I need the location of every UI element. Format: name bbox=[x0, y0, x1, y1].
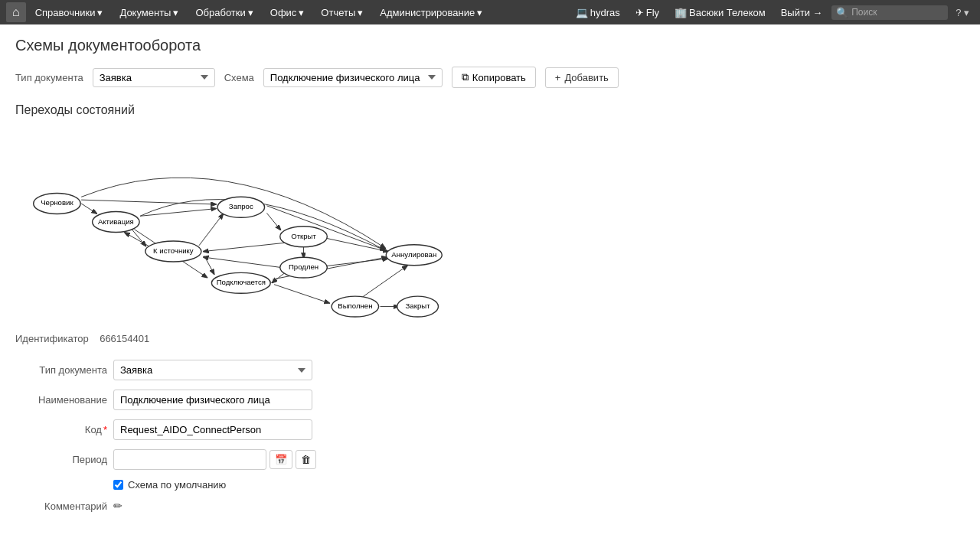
nav-item-admin[interactable]: Администрирование ▾ bbox=[372, 4, 490, 21]
edge-tosource-activate bbox=[126, 233, 149, 246]
identifier-row: Идентификатор 666154401 bbox=[15, 333, 398, 344]
nav-hydras[interactable]: 💻 hydras bbox=[570, 4, 626, 21]
node-annulled-label: Аннулирован bbox=[391, 250, 436, 259]
nav-references-arrow: ▾ bbox=[97, 7, 103, 18]
form-section: Идентификатор 666154401 Тип документа За… bbox=[15, 333, 398, 512]
copy-icon: ⧉ bbox=[462, 71, 469, 83]
calendar-button[interactable]: 📅 bbox=[270, 450, 292, 469]
form-row-comment: Комментарий ✏ bbox=[15, 500, 398, 512]
fly-label: Fly bbox=[646, 7, 659, 18]
node-draft-label: Черновик bbox=[41, 198, 74, 207]
node-request-label: Запрос bbox=[229, 202, 253, 210]
add-icon: + bbox=[555, 72, 561, 83]
home-button[interactable]: ⌂ bbox=[6, 2, 26, 22]
form-row-code: Код bbox=[15, 419, 398, 440]
form-period-label: Период bbox=[15, 454, 107, 465]
search-icon: 🔍 bbox=[836, 7, 848, 18]
form-doc-type-label: Тип документа bbox=[15, 364, 107, 376]
edit-comment-icon[interactable]: ✏ bbox=[113, 500, 122, 512]
add-button[interactable]: + Добавить bbox=[545, 67, 619, 88]
top-navigation: ⌂ Справочники ▾ Документы ▾ Обработки ▾ … bbox=[0, 0, 980, 24]
node-to-source-label: К источнику bbox=[153, 246, 194, 255]
nav-item-references[interactable]: Справочники ▾ bbox=[28, 4, 111, 21]
nav-reports-arrow: ▾ bbox=[358, 7, 363, 18]
copy-button[interactable]: ⧉ Копировать bbox=[452, 67, 536, 88]
period-row: 📅 🗑 bbox=[113, 449, 316, 470]
node-connected-label: Подключается bbox=[217, 278, 266, 286]
node-executed-label: Выполнен bbox=[338, 302, 372, 310]
help-button[interactable]: ? ▾ bbox=[951, 4, 974, 21]
nav-logout[interactable]: Выйти → bbox=[775, 4, 829, 21]
default-schema-label: Схема по умолчанию bbox=[128, 479, 226, 491]
form-name-input[interactable] bbox=[113, 390, 312, 410]
form-row-doc-type: Тип документа Заявка bbox=[15, 360, 398, 380]
copy-label: Копировать bbox=[472, 72, 526, 83]
trash-icon: 🗑 bbox=[301, 454, 311, 465]
node-activate-label: Активация bbox=[98, 217, 134, 226]
edge-draft-activate bbox=[81, 204, 96, 214]
node-closed-label: Закрыт bbox=[406, 302, 431, 310]
edge-request-open bbox=[266, 213, 279, 229]
nav-office-label: Офис bbox=[270, 7, 297, 18]
schema-select[interactable]: Подключение физического лица bbox=[263, 68, 443, 87]
nav-office-arrow: ▾ bbox=[299, 7, 304, 18]
identifier-value: 666154401 bbox=[100, 333, 149, 344]
form-row-name: Наименование bbox=[15, 390, 398, 410]
doc-type-select[interactable]: Заявка bbox=[93, 68, 215, 87]
form-row-default-schema: Схема по умолчанию bbox=[15, 479, 398, 491]
nav-company[interactable]: 🏢 Васюки Телеком bbox=[668, 4, 772, 21]
doc-type-label: Тип документа bbox=[15, 72, 83, 83]
search-box: 🔍 bbox=[831, 5, 948, 20]
monitor-icon: 💻 bbox=[576, 7, 588, 18]
default-schema-checkbox-row: Схема по умолчанию bbox=[113, 479, 226, 491]
form-comment-label: Комментарий bbox=[15, 500, 107, 512]
nav-item-processing[interactable]: Обработки ▾ bbox=[188, 4, 260, 21]
form-doc-type-select[interactable]: Заявка bbox=[113, 360, 312, 380]
hydras-label: hydras bbox=[590, 7, 620, 18]
page-title: Схемы документооборота bbox=[15, 37, 965, 54]
nav-item-office[interactable]: Офис ▾ bbox=[263, 4, 312, 21]
nav-documents-arrow: ▾ bbox=[173, 7, 178, 18]
edge-open-annulled bbox=[325, 238, 387, 251]
edge-tosource-request bbox=[199, 214, 223, 245]
form-period-input[interactable] bbox=[113, 449, 266, 470]
diagram-container: Черновик Активация Запрос Открыт К источ… bbox=[15, 126, 459, 318]
form-code-input[interactable] bbox=[113, 419, 312, 440]
schema-label: Схема bbox=[224, 72, 254, 83]
state-diagram: Черновик Активация Запрос Открыт К источ… bbox=[15, 126, 459, 318]
default-schema-checkbox[interactable] bbox=[113, 480, 123, 490]
edge-executed-annulled bbox=[362, 266, 407, 297]
edge-activate-request bbox=[140, 209, 215, 217]
edge-prolonged-tosource bbox=[204, 257, 282, 267]
nav-admin-arrow: ▾ bbox=[477, 7, 482, 18]
form-name-label: Наименование bbox=[15, 394, 107, 406]
search-input[interactable] bbox=[851, 7, 943, 18]
nav-admin-label: Администрирование bbox=[380, 7, 475, 18]
nav-reports-label: Отчеты bbox=[321, 7, 355, 18]
page-content: Схемы документооборота Тип документа Зая… bbox=[0, 24, 980, 524]
help-arrow-icon: ▾ bbox=[964, 7, 969, 18]
nav-item-documents[interactable]: Документы ▾ bbox=[112, 4, 186, 21]
fly-icon: ✈ bbox=[635, 7, 644, 18]
transitions-section-title: Переходы состояний bbox=[15, 103, 965, 117]
edge-connected-executed bbox=[274, 285, 328, 303]
node-open-label: Открыт bbox=[291, 232, 316, 240]
edge-open-tosource bbox=[204, 243, 288, 252]
company-label: Васюки Телеком bbox=[689, 7, 766, 18]
nav-item-reports[interactable]: Отчеты ▾ bbox=[313, 4, 371, 21]
logout-label: Выйти bbox=[781, 7, 811, 18]
nav-processing-arrow: ▾ bbox=[248, 7, 253, 18]
user-section: 💻 hydras ✈ Fly 🏢 Васюки Телеком Выйти → … bbox=[570, 4, 974, 21]
nav-processing-label: Обработки bbox=[195, 7, 245, 18]
node-prolonged-label: Продлен bbox=[289, 262, 318, 271]
calendar-icon: 📅 bbox=[275, 454, 287, 465]
identifier-label: Идентификатор bbox=[15, 333, 89, 344]
clear-period-button[interactable]: 🗑 bbox=[296, 450, 316, 469]
nav-fly[interactable]: ✈ Fly bbox=[629, 4, 665, 21]
add-label: Добавить bbox=[564, 72, 608, 83]
nav-documents-label: Документы bbox=[119, 7, 171, 18]
logout-arrow-icon: → bbox=[812, 7, 822, 18]
form-code-label: Код bbox=[15, 424, 107, 435]
nav-references-label: Справочники bbox=[35, 7, 96, 18]
company-icon: 🏢 bbox=[675, 7, 687, 18]
